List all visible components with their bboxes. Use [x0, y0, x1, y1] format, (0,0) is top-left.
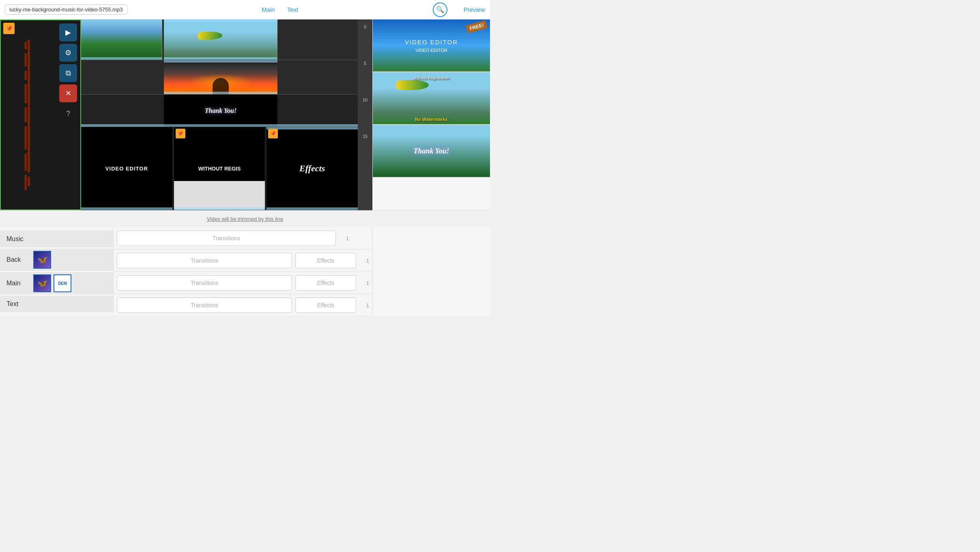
- clip-without[interactable]: 📌 WITHOUT REGIS: [174, 127, 265, 210]
- copy-button[interactable]: ⧉: [59, 64, 77, 82]
- track-row-2: [81, 60, 358, 95]
- preview-1-title: VIDEO EDITOR: [405, 38, 458, 46]
- transitions-btn-4[interactable]: Transitions: [117, 298, 292, 313]
- effects-btn-1[interactable]: Effects: [295, 253, 356, 268]
- top-nav: Main Text: [135, 6, 425, 13]
- preview-thumb-3[interactable]: Thank You!: [373, 125, 490, 178]
- clip-mountain[interactable]: [81, 19, 162, 60]
- filename-display: lucky-me-background-music-for-video-5755…: [5, 4, 127, 15]
- mini-thumb-butterfly-1: 🦋: [33, 251, 51, 269]
- clip-video-editor[interactable]: VIDEO EDITOR: [81, 127, 172, 210]
- video-editor-text: VIDEO EDITOR: [105, 166, 148, 172]
- mini-thumb-butterfly-2: 🦋: [33, 274, 51, 292]
- track-num-2: 1: [359, 258, 369, 264]
- search-button[interactable]: 🔍: [433, 2, 447, 17]
- effects-btn-2[interactable]: Effects: [295, 275, 356, 291]
- svg-rect-16: [25, 186, 27, 190]
- top-bar: lucky-me-background-music-for-video-5755…: [0, 0, 490, 19]
- svg-rect-12: [25, 153, 27, 171]
- svg-rect-9: [28, 105, 30, 125]
- menu-main[interactable]: Main: [6, 278, 31, 289]
- track-num-3: 1: [359, 280, 369, 286]
- svg-rect-1: [28, 40, 30, 52]
- transitions-btn-2[interactable]: Transitions: [117, 253, 292, 268]
- svg-rect-15: [28, 177, 30, 186]
- timeline-area: 0 5 10 15: [81, 19, 372, 210]
- mini-thumb-dem: DEM: [54, 274, 71, 292]
- svg-rect-4: [25, 71, 27, 80]
- bottom-track-row-2: Transitions Effects 1: [114, 250, 372, 272]
- left-menu: Music Back 🦋 Main 🦋 DEM Text: [0, 227, 114, 317]
- help-button[interactable]: ?: [59, 105, 77, 123]
- without-text: WITHOUT REGIS: [197, 166, 243, 172]
- svg-rect-13: [28, 151, 30, 172]
- svg-rect-5: [28, 69, 30, 82]
- clip-glider[interactable]: [164, 19, 277, 60]
- svg-rect-2: [25, 53, 27, 67]
- delete-button[interactable]: ✕: [59, 84, 77, 102]
- menu-back[interactable]: Back: [6, 254, 31, 265]
- track-row-1: [81, 19, 358, 60]
- ruler-5: 5: [358, 59, 372, 96]
- bottom-track-row-3: Transitions Effects 1: [114, 272, 372, 294]
- settings-button[interactable]: ⚙: [59, 44, 77, 62]
- clip-pin-2: 📌: [268, 129, 278, 138]
- center-tracks: Transitions 1 Transitions Effects 1 Tran…: [114, 227, 372, 317]
- clip-fire[interactable]: [164, 60, 277, 94]
- bottom-track-row-4: Transitions Effects 1: [114, 294, 372, 317]
- bottom-section: Music Back 🦋 Main 🦋 DEM Text Transitions…: [0, 227, 490, 317]
- nav-preview[interactable]: Preview: [464, 6, 485, 13]
- svg-rect-11: [28, 125, 30, 152]
- waveform-svg: [14, 38, 43, 192]
- track-row-4: VIDEO EDITOR 📌 WITHOUT REGIS 📌 E: [81, 127, 358, 210]
- preview-thumb-1[interactable]: VIDEO EDITOR VIDEO EDITOR FREE!: [373, 19, 490, 72]
- transitions-btn-3[interactable]: Transitions: [117, 275, 292, 291]
- menu-back-row: Back 🦋: [0, 248, 113, 272]
- svg-rect-14: [25, 175, 27, 186]
- search-icon: 🔍: [436, 6, 444, 13]
- svg-rect-0: [25, 42, 27, 50]
- left-panel: 📌: [0, 19, 81, 210]
- play-button[interactable]: ▶: [59, 24, 77, 41]
- preview-1-free-label: FREE!: [466, 20, 487, 33]
- waveform-area: 📌: [1, 20, 56, 209]
- controls-column: ▶ ⚙ ⧉ ✕ ?: [56, 20, 80, 209]
- thankyou-text: Thank You!: [205, 107, 236, 114]
- pin-icon: 📌: [6, 25, 13, 32]
- transitions-btn-1[interactable]: Transitions: [117, 231, 336, 246]
- svg-rect-7: [28, 82, 30, 105]
- preview-2-without: Without Registration: [373, 76, 490, 80]
- effects-btn-3[interactable]: Effects: [295, 298, 356, 313]
- ruler-15: 15: [358, 132, 372, 169]
- preview-thumb-2[interactable]: No Watermarks Without Registration: [373, 72, 490, 125]
- preview-3-thankyou: Thank You!: [413, 147, 449, 155]
- preview-2-label: No Watermarks: [373, 117, 490, 122]
- right-preview-bottom: [372, 227, 490, 317]
- menu-text[interactable]: Text: [0, 295, 113, 313]
- clip-pin: 📌: [176, 129, 185, 138]
- nav-text[interactable]: Text: [287, 6, 299, 13]
- menu-main-row: Main 🦋 DEM: [0, 272, 113, 295]
- svg-rect-6: [25, 84, 27, 104]
- ruler-10: 10: [358, 96, 372, 132]
- bottom-track-row-1: Transitions 1: [114, 227, 372, 250]
- trim-line-text: Video will be trimmed by this line: [207, 216, 283, 222]
- svg-rect-8: [25, 107, 27, 123]
- clip-thankyou[interactable]: Thank You!: [164, 95, 277, 127]
- pin-button[interactable]: 📌: [3, 23, 15, 34]
- trim-line-area: Video will be trimmed by this line: [0, 210, 490, 227]
- effects-text: Effects: [299, 163, 325, 174]
- svg-rect-3: [28, 51, 30, 69]
- track-num-4: 1: [359, 302, 369, 308]
- svg-rect-10: [25, 127, 27, 150]
- track-row-3: Thank You!: [81, 95, 358, 127]
- nav-main[interactable]: Main: [262, 6, 275, 13]
- clip-effects[interactable]: 📌 Effects: [266, 127, 358, 210]
- right-preview-panel: VIDEO EDITOR VIDEO EDITOR FREE! No Water…: [372, 19, 490, 210]
- track-num-1: 1: [339, 235, 349, 242]
- main-editor-area: 📌: [0, 19, 490, 210]
- preview-1-subtitle: VIDEO EDITOR: [405, 48, 458, 53]
- menu-music[interactable]: Music: [0, 231, 113, 248]
- ruler-0: 0: [358, 23, 372, 59]
